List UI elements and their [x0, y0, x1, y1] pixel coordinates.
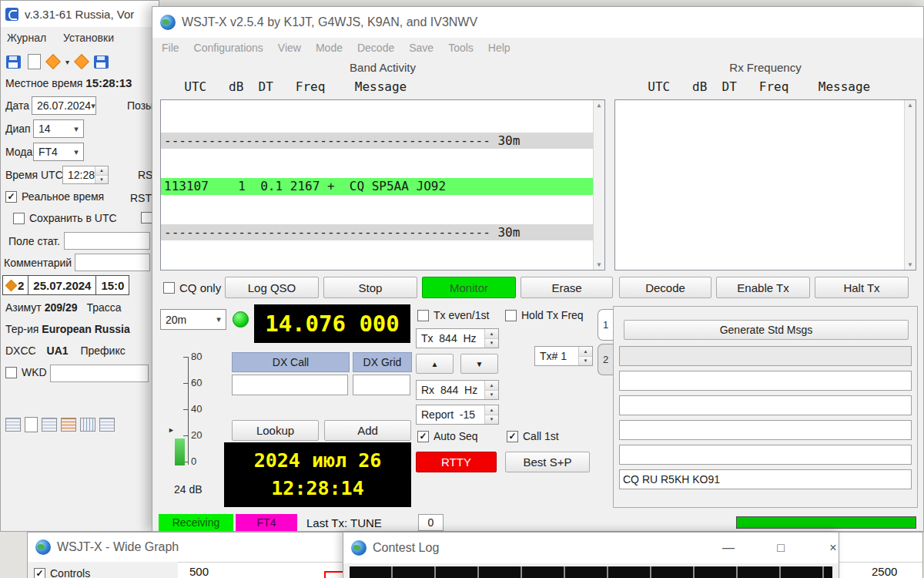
status-led [233, 311, 249, 328]
add-button[interactable]: Add [324, 420, 411, 441]
save2-icon[interactable] [94, 55, 109, 69]
message-field-3[interactable] [619, 395, 912, 415]
wkd-field[interactable] [50, 365, 149, 382]
generate-std-msgs-button[interactable]: Generate Std Msgs [624, 320, 909, 340]
decode-row-cq[interactable]: 113107 1 0.1 2167 + CQ SP5AA JO92 [161, 178, 593, 194]
menu-tools[interactable]: Tools [448, 42, 474, 54]
sync-icon[interactable] [45, 54, 61, 69]
stop-button[interactable]: Stop [323, 277, 417, 298]
rtty-button[interactable]: RTTY [416, 452, 497, 472]
tx-number-spinner[interactable]: Tx# 1 [534, 346, 593, 366]
controls-checkbox[interactable]: Controls [34, 567, 90, 578]
menu-file[interactable]: File [162, 42, 179, 54]
menu-save[interactable]: Save [409, 42, 434, 54]
wkd-checkbox[interactable]: WKD [5, 366, 47, 378]
rx-frequency-scrollbar[interactable] [904, 100, 916, 270]
tree-icon[interactable] [80, 418, 95, 432]
close-button[interactable]: × [816, 533, 850, 563]
new-document-icon[interactable] [28, 54, 41, 69]
utc-time-spinner[interactable]: 12:28 [62, 166, 109, 184]
checkbox-icon [417, 431, 429, 442]
spinner-arrows-icon[interactable] [578, 347, 592, 365]
save-icon[interactable] [6, 55, 21, 69]
mode-combo[interactable]: FT4 [33, 143, 84, 161]
scroll-down-icon[interactable] [907, 261, 913, 268]
menu-help[interactable]: Help [488, 42, 511, 54]
rx-freq-spinner[interactable]: Rx 844 Hz [416, 380, 499, 400]
grid2-icon[interactable] [99, 418, 115, 432]
cq-message-field[interactable]: CQ RU R5KH KO91 [619, 469, 912, 489]
decode-row[interactable]: 113607 -11 0.9 1942 + II5SMM SP9HNY JO90 [161, 270, 593, 271]
realtime-checkbox[interactable]: Реальное время [5, 190, 104, 203]
dx-grid-input[interactable] [353, 375, 410, 395]
tab-2[interactable]: 2 [598, 344, 613, 375]
spinner-arrows-icon[interactable] [95, 166, 108, 183]
comment-label: Комментарий [4, 257, 72, 269]
logger-menu-settings[interactable]: Установки [63, 32, 114, 44]
export-icon[interactable] [61, 418, 76, 432]
best-sp-button[interactable]: Best S+P [505, 452, 590, 472]
date-combo[interactable]: 26.07.2024 [32, 96, 96, 115]
message-field-4[interactable] [619, 420, 912, 440]
menu-view[interactable]: View [278, 42, 301, 54]
menu-configurations[interactable]: Configurations [194, 42, 263, 54]
erase-button[interactable]: Erase [521, 277, 613, 298]
state-field[interactable] [64, 232, 150, 250]
local-time-label: Местное время [5, 77, 82, 89]
auto-seq-label: Auto Seq [434, 430, 478, 442]
tx-even-checkbox[interactable]: Tx even/1st [417, 309, 489, 321]
log-grid-icon[interactable] [5, 418, 21, 432]
band-activity-scrollbar[interactable] [593, 100, 604, 270]
message-field-2[interactable] [619, 371, 912, 391]
frequency-display[interactable]: 14.076 000 [254, 304, 410, 343]
band-value: 14 [38, 123, 51, 135]
spinner-arrows-icon[interactable] [484, 329, 498, 348]
page-icon[interactable] [25, 417, 38, 432]
menu-mode[interactable]: Mode [316, 42, 343, 54]
table-icon[interactable] [42, 418, 57, 432]
comment-field[interactable] [75, 254, 150, 271]
enable-tx-button[interactable]: Enable Tx [716, 277, 810, 298]
lookup-button[interactable]: Lookup [232, 420, 319, 441]
monitor-button[interactable]: Monitor [422, 277, 516, 298]
band-select-combo[interactable]: 20m [160, 309, 226, 330]
spinner-arrows-icon[interactable] [484, 405, 498, 424]
scroll-up-icon[interactable] [907, 102, 913, 109]
decode-button[interactable]: Decode [619, 277, 711, 298]
rx-frequency-text [614, 99, 916, 271]
tx-freq-spinner[interactable]: Tx 844 Hz [416, 328, 499, 348]
hold-tx-checkbox[interactable]: Hold Tx Freq [505, 309, 584, 321]
clock-time: 12:28:14 [271, 475, 363, 502]
save-utc-checkbox[interactable]: Сохранить в UTC [13, 212, 117, 224]
checkbox-icon [163, 282, 175, 294]
scroll-up-icon[interactable] [598, 102, 601, 109]
cq-only-checkbox[interactable]: CQ only [163, 281, 221, 294]
extra-checkbox[interactable] [141, 212, 152, 223]
halt-tx-button[interactable]: Halt Tx [815, 277, 909, 298]
message-field-5[interactable] [619, 445, 912, 465]
call-1st-checkbox[interactable]: Call 1st [507, 430, 559, 442]
rx-level-meter: 80 60 40 20 0 ► 24 dB [172, 352, 222, 506]
log-qso-button[interactable]: Log QSO [225, 277, 319, 298]
auto-seq-checkbox[interactable]: Auto Seq [417, 430, 478, 442]
menu-decode[interactable]: Decode [357, 42, 394, 54]
tab-1[interactable]: 1 [598, 309, 613, 341]
dx-call-input[interactable] [232, 375, 348, 395]
tx-freq-up-button[interactable]: ▲ [416, 354, 454, 374]
dropdown-arrow-icon[interactable]: ▾ [65, 58, 69, 66]
rx-frequency-heading: Rx Frequency [614, 61, 916, 74]
sync2-icon[interactable] [74, 54, 89, 69]
minimize-button[interactable]: — [711, 533, 745, 563]
status-mode: FT4 [236, 514, 297, 531]
spinner-arrows-icon[interactable] [484, 381, 498, 399]
chevron-down-icon [91, 101, 95, 111]
cq-only-label: CQ only [179, 281, 221, 294]
maximize-button[interactable]: □ [764, 533, 798, 563]
band-combo[interactable]: 14 [33, 119, 84, 138]
message-field-1[interactable] [619, 346, 912, 366]
scroll-down-icon[interactable] [598, 261, 601, 268]
report-spinner[interactable]: Report -15 [416, 405, 499, 425]
tx-freq-down-button[interactable]: ▼ [460, 354, 498, 374]
wsjtx-app-icon [160, 15, 176, 30]
logger-menu-journal[interactable]: Журнал [7, 32, 46, 44]
